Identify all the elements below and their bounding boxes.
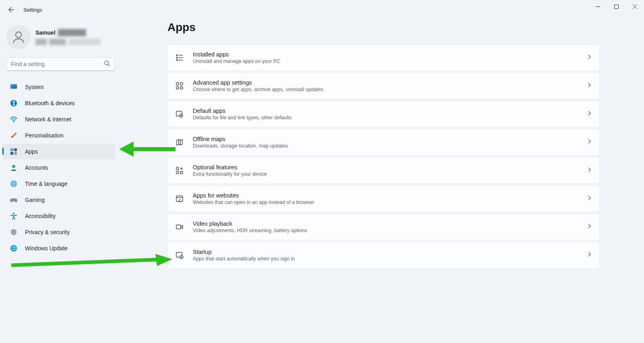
sidebar-item-label: Apps [25, 148, 38, 155]
sidebar-item-apps[interactable]: Apps [2, 144, 115, 159]
svg-point-14 [10, 245, 17, 252]
search-box[interactable] [6, 57, 114, 71]
system-icon [10, 83, 18, 91]
window-title: Settings [23, 7, 42, 13]
card-apps-for-websites[interactable]: Apps for websitesWebsites that can open … [167, 185, 600, 212]
profile-block[interactable]: Samuel [0, 23, 121, 54]
sidebar-item-time-language[interactable]: Time & language [2, 176, 115, 191]
card-subtitle: Websites that can open in an app instead… [193, 200, 587, 205]
card-subtitle: Extra functionality for your device [193, 171, 587, 177]
titlebar: Settings [0, 0, 644, 19]
annotation-arrow-startup [11, 254, 172, 270]
chevron-right-icon [587, 82, 591, 89]
sidebar-item-accounts[interactable]: Accounts [2, 160, 115, 175]
card-title: Apps for websites [193, 192, 587, 199]
apps-icon [10, 148, 18, 156]
annotation-arrow-apps [119, 139, 175, 159]
card-installed-apps[interactable]: Installed appsUninstall and manage apps … [167, 44, 600, 71]
installed-apps-icon [175, 53, 184, 62]
sidebar: Samuel System Bluetooth & devices Networ… [0, 19, 121, 256]
sidebar-item-label: Gaming [25, 197, 45, 203]
card-default-apps[interactable]: Default appsDefaults for file and link t… [167, 101, 600, 127]
minimize-button[interactable] [588, 0, 607, 13]
profile-text: Samuel [35, 29, 101, 45]
card-video-playback[interactable]: Video playbackVideo adjustments, HDR str… [167, 214, 600, 240]
apps-websites-icon [175, 194, 184, 203]
nav: System Bluetooth & devices Network & int… [0, 79, 121, 256]
card-optional-features[interactable]: Optional featuresExtra functionality for… [167, 157, 600, 184]
svg-point-2 [105, 61, 109, 65]
wifi-icon [10, 115, 18, 123]
sidebar-item-privacy[interactable]: Privacy & security [2, 225, 115, 240]
card-advanced-app-settings[interactable]: Advanced app settingsChoose where to get… [167, 73, 600, 99]
card-title: Video playback [193, 220, 587, 227]
close-button[interactable] [625, 0, 644, 13]
map-icon [175, 138, 184, 147]
back-button[interactable] [7, 6, 15, 14]
bluetooth-icon [10, 99, 18, 107]
paintbrush-icon [10, 131, 18, 139]
card-startup[interactable]: StartupApps that start automatically whe… [167, 242, 600, 268]
chevron-right-icon [587, 110, 591, 118]
sidebar-item-system[interactable]: System [2, 79, 115, 95]
sidebar-item-label: System [25, 84, 44, 90]
advanced-apps-icon [175, 81, 184, 90]
svg-point-11 [12, 165, 15, 168]
update-icon [10, 244, 18, 252]
sidebar-item-personalisation[interactable]: Personalisation [2, 128, 115, 143]
chevron-right-icon [587, 252, 591, 259]
svg-rect-24 [176, 167, 179, 170]
maximize-icon [614, 4, 619, 9]
search-input[interactable] [6, 57, 114, 71]
svg-rect-25 [176, 171, 179, 174]
settings-cards: Installed appsUninstall and manage apps … [167, 44, 600, 268]
window-controls [588, 0, 644, 13]
card-title: Default apps [193, 108, 587, 114]
sidebar-item-bluetooth[interactable]: Bluetooth & devices [2, 96, 115, 111]
card-subtitle: Defaults for file and link types, other … [193, 115, 587, 121]
card-subtitle: Uninstall and manage apps on your PC [193, 58, 587, 64]
svg-point-1 [16, 32, 21, 37]
optional-features-icon [175, 166, 184, 175]
gamepad-icon [10, 196, 18, 204]
card-subtitle: Video adjustments, HDR streaming, batter… [193, 228, 587, 233]
search-icon [104, 60, 110, 68]
svg-point-21 [180, 87, 183, 89]
card-title: Installed apps [193, 51, 587, 58]
chevron-right-icon [587, 223, 591, 231]
back-arrow-icon [8, 6, 14, 13]
sidebar-item-windows-update[interactable]: Windows Update [2, 241, 115, 256]
card-subtitle: Downloads, storage location, map updates [193, 143, 587, 149]
sidebar-item-gaming[interactable]: Gaming [2, 192, 115, 208]
svg-point-16 [177, 57, 178, 58]
maximize-button[interactable] [607, 0, 625, 13]
svg-rect-7 [10, 148, 13, 151]
sidebar-item-accessibility[interactable]: Accessibility [2, 208, 115, 224]
video-icon [175, 222, 184, 231]
card-offline-maps[interactable]: Offline mapsDownloads, storage location,… [167, 129, 600, 156]
svg-rect-19 [180, 83, 183, 85]
svg-point-15 [177, 55, 178, 56]
svg-rect-4 [10, 84, 17, 89]
svg-rect-8 [14, 148, 17, 151]
profile-last-name-redacted [58, 29, 86, 36]
svg-point-17 [177, 60, 178, 61]
card-title: Optional features [193, 164, 587, 170]
sidebar-item-label: Privacy & security [25, 229, 70, 235]
card-subtitle: Apps that start automatically when you s… [193, 256, 587, 262]
sidebar-item-network[interactable]: Network & internet [2, 112, 115, 127]
sidebar-item-label: Bluetooth & devices [25, 100, 75, 106]
sidebar-item-label: Windows Update [25, 245, 68, 252]
chevron-right-icon [587, 195, 591, 202]
svg-rect-10 [14, 152, 17, 155]
chevron-right-icon [587, 54, 591, 61]
accounts-icon [10, 164, 18, 172]
chevron-right-icon [587, 139, 591, 146]
chevron-right-icon [587, 167, 591, 174]
sidebar-item-label: Accounts [25, 164, 48, 171]
card-title: Advanced app settings [193, 79, 587, 86]
card-subtitle: Choose where to get apps, archive apps, … [193, 87, 587, 92]
close-icon [633, 4, 637, 9]
card-title: Startup [193, 249, 587, 255]
sidebar-item-label: Personalisation [25, 132, 64, 139]
